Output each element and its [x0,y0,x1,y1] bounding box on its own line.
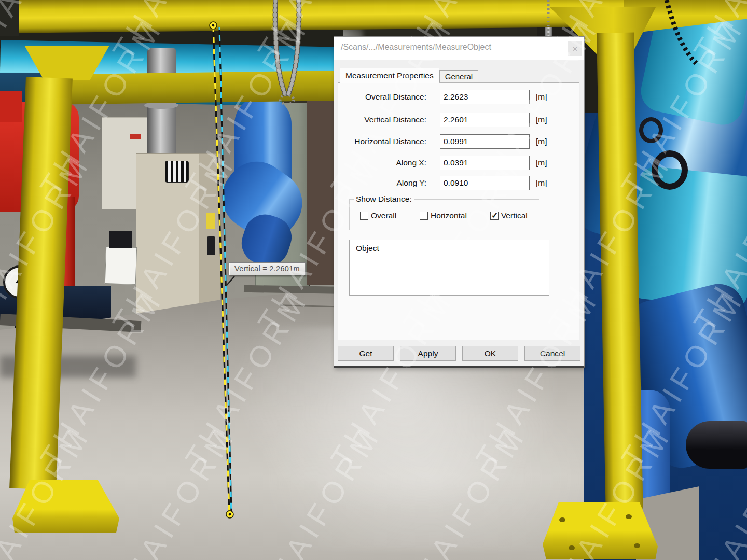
measure-point-top-dot [212,24,215,27]
object-list-row[interactable] [350,260,549,272]
show-distance-legend: Show Distance: [354,194,414,204]
unit-label: [m] [536,115,547,124]
object-list-row[interactable] [350,272,549,284]
unit-label: [m] [536,158,547,167]
close-icon[interactable]: ✕ [568,41,582,56]
overall-distance-label: Overall Distance: [338,92,426,102]
chain-loop [280,95,294,104]
tab-general[interactable]: General [439,70,478,82]
horizontal-checkbox-label: Horizontal [431,211,467,220]
get-button[interactable]: Get [338,346,394,361]
horizontal-checkbox[interactable] [420,212,428,220]
vertical-checkbox[interactable] [490,212,499,220]
black-hose [667,0,696,63]
vertical-distance-input[interactable] [440,113,530,127]
unit-label: [m] [536,137,547,146]
measurement-tooltip: Vertical = 2.2601m [229,262,306,275]
along-y-input[interactable] [440,176,530,190]
scan-viewer-screen: Vertical = 2.2601m /Scans/.../Measuremen… [0,0,747,560]
measure-object-dialog: /Scans/.../Measurements/MeasureObject ✕ … [334,36,585,368]
overall-checkbox[interactable] [360,212,368,220]
horizontal-distance-label: Horizontal Distance: [338,137,426,146]
unit-label: [m] [536,178,547,188]
along-y-label: Along Y: [338,178,426,188]
checkbox-vertical[interactable]: Vertical [490,211,528,220]
object-list[interactable]: Object [349,240,549,296]
horizontal-distance-input[interactable] [440,134,530,149]
field-row: Along Y: [m] [338,176,579,190]
along-x-input[interactable] [440,156,530,170]
cancel-button[interactable]: Cancel [524,346,580,361]
dialog-title: /Scans/.../Measurements/MeasureObject [341,43,491,52]
tab-measurement-properties[interactable]: Measurement Properties [340,68,439,83]
checkbox-horizontal[interactable]: Horizontal [420,211,467,220]
overall-distance-input[interactable] [440,90,530,104]
field-row: Horizontal Distance: [m] [338,134,579,149]
show-distance-group: Show Distance: Overall Horizontal Vertic… [349,199,540,230]
vertical-distance-label: Vertical Distance: [338,115,426,124]
along-x-label: Along X: [338,158,426,167]
dialog-buttons: Get Apply OK Cancel [338,346,582,361]
field-row: Vertical Distance: [m] [338,113,579,127]
dialog-tabs: Measurement Properties General [340,68,478,82]
ok-button[interactable]: OK [462,346,518,361]
show-distance-options: Overall Horizontal Vertical [350,211,539,220]
object-list-row[interactable] [350,284,549,296]
tooltip-tail [227,276,234,285]
chain [275,0,285,95]
dialog-titlebar[interactable]: /Scans/.../Measurements/MeasureObject ✕ [334,37,584,60]
checkbox-overall[interactable]: Overall [360,211,396,220]
measure-point-bottom-dot [229,513,231,516]
measurement-properties-panel: Overall Distance: [m] Vertical Distance:… [338,82,579,340]
chain [287,0,299,96]
field-row: Along X: [m] [338,156,579,170]
field-row: Overall Distance: [m] [338,90,579,104]
apply-button[interactable]: Apply [400,346,456,361]
overall-checkbox-label: Overall [371,211,396,220]
vertical-checkbox-label: Vertical [501,211,528,220]
unit-label: [m] [536,92,547,102]
object-list-header: Object [350,240,549,260]
